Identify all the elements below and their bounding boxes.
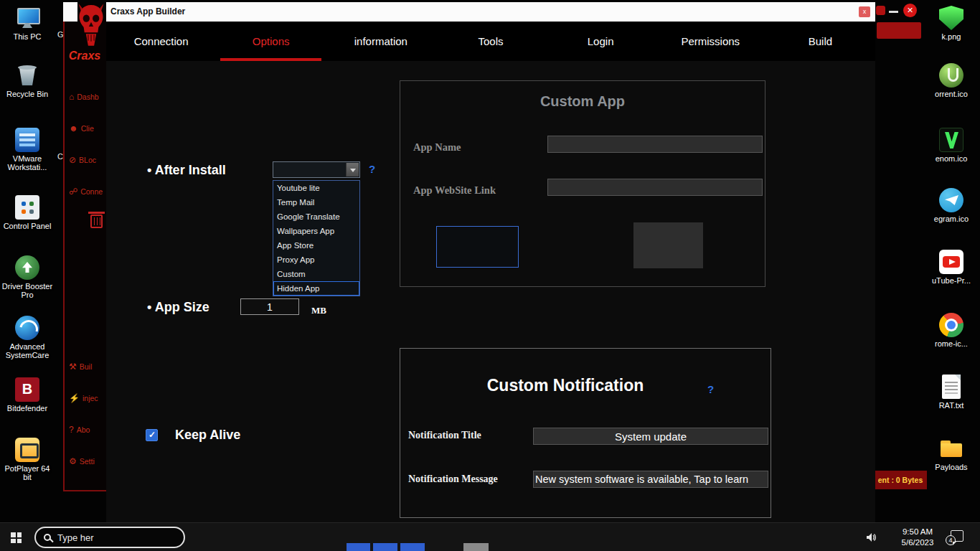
dropdown-option-focused[interactable]: Hidden App — [273, 281, 359, 296]
hammer-icon: ⚒ — [69, 362, 77, 372]
hidden-icon-label-fragment: C — [57, 152, 63, 161]
start-button[interactable] — [0, 523, 33, 551]
after-install-dropdown[interactable] — [273, 161, 360, 178]
desktop-icon-payloads-folder[interactable]: Payloads — [925, 436, 977, 471]
taskbar-peek-icon[interactable] — [400, 543, 425, 551]
desktop-icon-recycle-bin[interactable]: Recycle Bin — [1, 63, 53, 98]
background-window-icon — [876, 6, 885, 15]
desktop-icon-vmware[interactable]: VMware Workstati... — [1, 128, 53, 171]
taskbar-peek-icon[interactable] — [347, 543, 370, 551]
rat-menu-connection[interactable]: ☍ Conne — [69, 187, 106, 197]
notification-message-label: Notification Message — [408, 474, 498, 485]
app-website-input[interactable] — [547, 179, 763, 196]
dropdown-option[interactable]: Youtube lite — [273, 181, 359, 195]
user-icon: ☻ — [69, 123, 78, 133]
after-install-help[interactable]: ? — [369, 163, 375, 175]
window-title: Craxs App Builder — [110, 2, 185, 22]
tab-tools[interactable]: Tools — [435, 22, 545, 61]
chrome-icon — [939, 313, 963, 337]
rat-menu-block[interactable]: ⊘ BLoc — [69, 155, 106, 165]
rat-menu-inject[interactable]: ⚡ injec — [69, 393, 106, 403]
dropdown-option[interactable]: Temp Mail — [273, 195, 359, 209]
options-page: • After Install ? Youtube lite Temp Mail… — [106, 61, 875, 522]
rat-menu-settings[interactable]: ⚙ Setti — [69, 456, 106, 466]
after-install-option-list: Youtube lite Temp Mail Google Translate … — [273, 180, 360, 296]
desktop-icon-systemcare[interactable]: Advanced SystemCare — [1, 316, 53, 359]
rat-menu-label: BLoc — [79, 156, 96, 164]
rat-menu-label: Setti — [80, 457, 95, 466]
dropdown-option[interactable]: Google Translate — [273, 209, 359, 224]
rat-menu-dashboard[interactable]: ⌂ Dashb — [69, 92, 106, 102]
desktop-icon-venom[interactable]: enom.ico — [925, 128, 977, 163]
home-icon: ⌂ — [69, 92, 74, 102]
app-size-label: • App Size — [147, 300, 209, 315]
app-icon-picker[interactable] — [436, 226, 519, 268]
action-center-icon[interactable]: 4 — [951, 530, 963, 542]
text-file-icon — [942, 375, 961, 399]
close-icon[interactable]: ✕ — [903, 4, 917, 17]
desktop-icon-control-panel[interactable]: Control Panel — [1, 195, 53, 230]
tab-information[interactable]: information — [326, 22, 435, 61]
taskbar-peek-icon[interactable] — [373, 543, 397, 551]
gear-icon: ⚙ — [69, 456, 77, 466]
bitdefender-icon — [15, 377, 39, 402]
custom-app-title: Custom App — [400, 93, 765, 110]
rat-menu-about[interactable]: ? Abo — [69, 425, 106, 435]
taskbar-peek-icon[interactable] — [463, 543, 489, 551]
trash-icon[interactable] — [90, 215, 103, 228]
speaker-icon[interactable] — [865, 532, 877, 546]
notification-title-input[interactable] — [533, 428, 768, 445]
custom-notification-help[interactable]: ? — [707, 383, 714, 395]
taskbar-clock[interactable]: 9:50 AM 5/6/2023 — [894, 527, 941, 548]
notification-message-input[interactable] — [533, 471, 768, 488]
tab-login[interactable]: Login — [546, 22, 656, 61]
rat-menu-label: Dashb — [77, 93, 98, 101]
desktop-icon-potplayer[interactable]: PotPlayer 64 bit — [1, 438, 53, 481]
dropdown-option[interactable]: Custom — [273, 267, 359, 281]
desktop-icon-label: k.png — [925, 32, 977, 41]
bytes-status-fragment: ent : 0 Bytes — [874, 471, 927, 489]
app-icon-preview[interactable] — [633, 222, 703, 268]
tab-permissions[interactable]: Permissions — [656, 22, 765, 61]
tab-options[interactable]: Options — [216, 22, 326, 61]
chevron-down-icon — [346, 163, 359, 176]
keep-alive-label: Keep Alive — [175, 428, 240, 443]
app-name-input[interactable] — [547, 136, 763, 153]
desktop-icon-telegram[interactable]: egram.ico — [925, 188, 977, 223]
desktop-icon-label: VMware Workstati... — [1, 154, 53, 171]
desktop-icon-label: orrent.ico — [925, 90, 977, 98]
clock-time: 9:50 AM — [894, 527, 941, 537]
rat-menu-build[interactable]: ⚒ Buil — [69, 362, 106, 372]
taskbar-search[interactable]: Type her — [34, 527, 185, 548]
dropdown-option[interactable]: Proxy App — [273, 253, 359, 267]
builder-titlebar[interactable]: Craxs App Builder x — [63, 2, 875, 22]
desktop-icon-driver-booster[interactable]: Driver Booster Pro — [1, 255, 53, 299]
desktop-icon-bitdefender[interactable]: Bitdefender — [1, 377, 53, 413]
desktop-icon-chrome[interactable]: rome-ic... — [925, 313, 977, 348]
app-size-input[interactable] — [240, 298, 299, 315]
desktop-icon-this-pc[interactable]: This PC — [1, 6, 53, 41]
desktop-icon-apk-png[interactable]: k.png — [925, 6, 977, 41]
notification-count-badge: 4 — [946, 535, 956, 545]
desktop-icon-youtube[interactable]: uTube-Pr... — [925, 250, 977, 285]
question-icon: ? — [69, 425, 74, 435]
desktop-icon-rat-txt[interactable]: RAT.txt — [925, 375, 977, 410]
dropdown-option[interactable]: App Store — [273, 238, 359, 253]
dropdown-option[interactable]: Wallpapers App — [273, 224, 359, 238]
tab-connection[interactable]: Connection — [106, 22, 216, 61]
rat-menu-clients[interactable]: ☻ Clie — [69, 123, 106, 133]
potplayer-icon — [15, 438, 39, 462]
app-website-label: App WebSite Link — [413, 184, 496, 197]
red-button[interactable] — [877, 22, 921, 39]
desktop-icon-torrent[interactable]: orrent.ico — [925, 63, 977, 98]
minimize-icon[interactable] — [889, 11, 898, 13]
desktop-icon-label: PotPlayer 64 bit — [1, 464, 53, 481]
desktop-icon-label: This PC — [1, 32, 53, 41]
close-button[interactable]: x — [859, 6, 870, 17]
desktop-icon-label: uTube-Pr... — [925, 276, 977, 285]
recycle-bin-icon — [15, 63, 39, 88]
green-shield-icon — [939, 6, 963, 30]
custom-notification-title: Custom Notification — [380, 376, 750, 395]
tab-build[interactable]: Build — [765, 22, 875, 61]
keep-alive-checkbox[interactable] — [146, 429, 158, 441]
